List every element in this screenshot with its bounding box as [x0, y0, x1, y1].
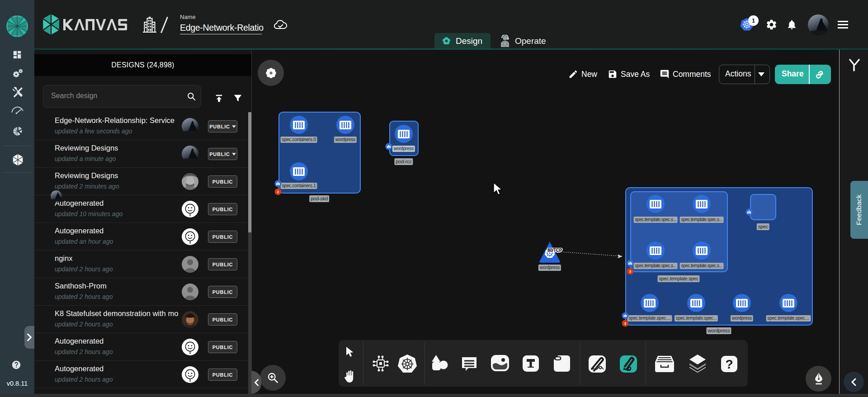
svg-text:?: ?: [725, 357, 733, 371]
